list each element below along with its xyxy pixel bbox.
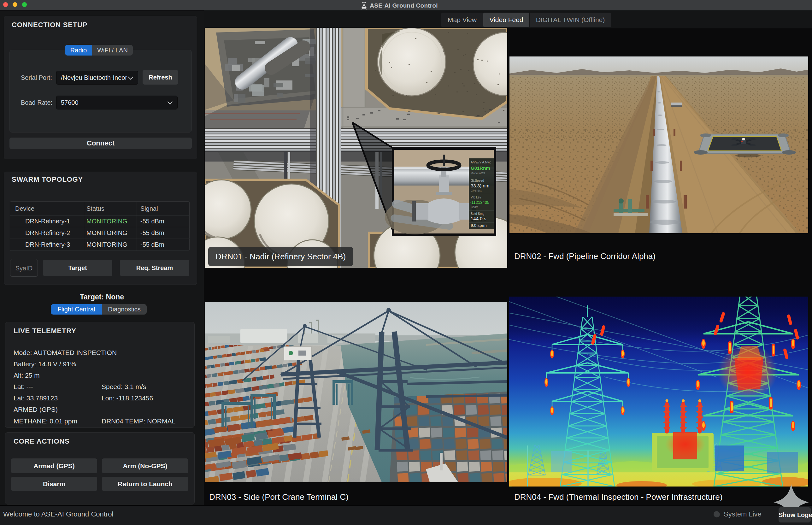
svg-text:Vib Lev: Vib Lev xyxy=(471,196,481,199)
svg-text:Bold Smg: Bold Smg xyxy=(471,212,484,215)
svg-text:Model AOS: Model AOS xyxy=(471,171,485,175)
svg-text:Codre: Codre xyxy=(471,205,479,209)
svg-text:GPS Est: GPS Est xyxy=(471,189,482,192)
svg-text:A/VE7? A.Nvic: A/VE7? A.Nvic xyxy=(471,161,491,164)
svg-text:-11213435: -11213435 xyxy=(470,200,489,205)
svg-text:G01Rnm: G01Rnm xyxy=(471,165,490,171)
svg-text:9.0 sprm: 9.0 sprm xyxy=(471,223,487,228)
svg-text:33.3) nm: 33.3) nm xyxy=(471,183,489,189)
svg-text:144.0 s: 144.0 s xyxy=(471,216,486,221)
svg-text:Gt.Speed: Gt.Speed xyxy=(471,179,484,182)
